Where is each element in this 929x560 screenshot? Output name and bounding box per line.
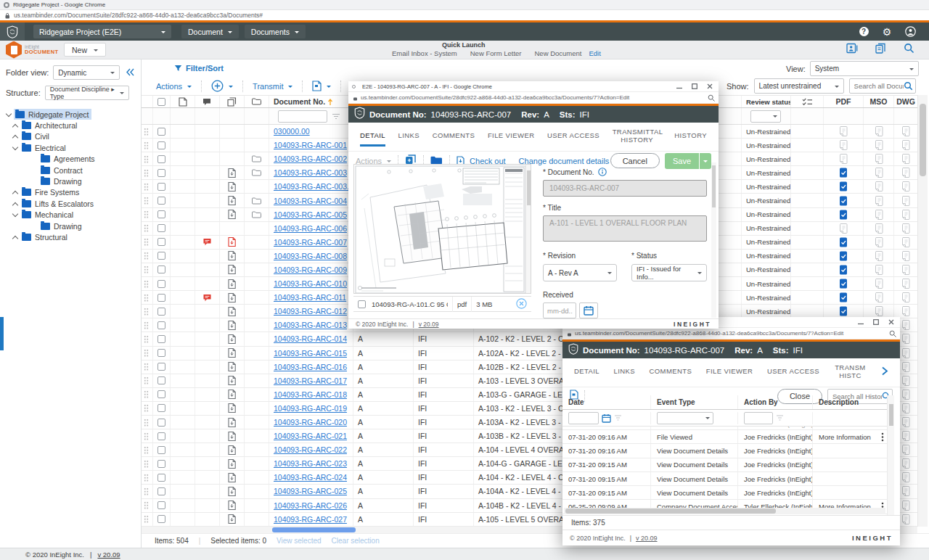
file-icon[interactable] <box>901 362 910 372</box>
maximize-button[interactable] <box>873 319 879 325</box>
transmittals-button[interactable] <box>875 43 886 57</box>
date-filter-input[interactable] <box>568 412 599 424</box>
file-icon[interactable] <box>901 279 910 289</box>
ineight-shield-icon[interactable] <box>0 22 25 41</box>
file-icon[interactable] <box>875 168 883 178</box>
file-icon[interactable] <box>875 251 883 261</box>
file-icon[interactable] <box>901 348 910 358</box>
tree-item-lifts-amp-escalators[interactable]: Lifts & Escalators <box>0 198 141 209</box>
minimize-button[interactable] <box>858 319 864 325</box>
add-document-button[interactable] <box>211 80 233 92</box>
scrollbar-thumb[interactable] <box>565 508 776 514</box>
quick-launch-item[interactable]: New Form Letter <box>470 49 522 57</box>
show-select[interactable]: Latest unrestrained <box>754 78 844 94</box>
attachment-icon[interactable] <box>228 459 236 469</box>
attachment-icon[interactable] <box>228 168 236 178</box>
folder-view-select[interactable]: Dynamic <box>53 65 120 80</box>
table-vertical-scrollbar[interactable] <box>917 95 928 527</box>
document-link[interactable]: 104093-RG-ARC-017 <box>274 376 347 385</box>
document-link[interactable]: 104093-RG-ARC-011 <box>274 293 346 302</box>
file-icon[interactable] <box>901 417 910 427</box>
drag-handle-icon[interactable] <box>144 404 149 412</box>
review-status-filter-select[interactable] <box>750 110 781 123</box>
document-link[interactable]: 104093-RG-ARC-022 <box>274 445 347 454</box>
collapse-panel-button[interactable] <box>126 66 134 79</box>
file-icon[interactable] <box>875 279 883 289</box>
file-icon[interactable] <box>839 140 848 150</box>
attachment-icon[interactable] <box>228 321 236 330</box>
document-link[interactable]: 104093-RG-ARC-020 <box>274 418 347 427</box>
pdf-file-check-icon[interactable] <box>839 251 848 261</box>
file-icon[interactable] <box>901 292 910 302</box>
menu-document[interactable]: Document <box>181 25 239 38</box>
file-icon[interactable] <box>875 292 883 302</box>
tree-item-electrical[interactable]: Electrical <box>0 142 141 153</box>
tree-caret-icon[interactable] <box>31 223 37 229</box>
project-selector[interactable]: Ridgegate Project (E2E) <box>33 25 171 38</box>
attachment-icon[interactable] <box>228 293 236 302</box>
row-checkbox[interactable] <box>157 432 165 440</box>
tabs-scroll-right-button[interactable] <box>881 366 888 379</box>
column-header-review-status[interactable]: Review status <box>742 96 791 107</box>
file-icon[interactable] <box>901 445 910 455</box>
attachment-icon[interactable] <box>228 182 236 192</box>
attachment-icon[interactable] <box>228 307 236 316</box>
column-header-document-no[interactable]: Document No. <box>269 96 353 107</box>
row-checkbox[interactable] <box>157 169 165 177</box>
more-information-link[interactable]: More Information <box>819 433 871 441</box>
tree-caret-icon[interactable] <box>12 201 18 207</box>
pdf-file-check-icon[interactable] <box>839 237 848 247</box>
file-icon[interactable] <box>901 472 910 482</box>
tree-item-architectural[interactable]: Architectural <box>0 120 141 131</box>
drag-handle-icon[interactable] <box>144 390 149 398</box>
drag-handle-icon[interactable] <box>144 210 149 218</box>
zoom-icon[interactable] <box>708 91 719 104</box>
remove-file-button[interactable] <box>516 298 527 310</box>
drag-handle-icon[interactable] <box>144 349 149 357</box>
history-column-header[interactable]: Event Type <box>651 395 738 409</box>
file-icon[interactable] <box>901 458 910 469</box>
folder-icon[interactable] <box>252 155 261 162</box>
doc-no-field[interactable]: 104093-RG-ARC-007 <box>543 180 707 197</box>
row-checkbox[interactable] <box>157 390 165 398</box>
received-calendar-button[interactable] <box>579 302 598 318</box>
attachment-icon[interactable] <box>228 432 236 441</box>
drag-handle-icon[interactable] <box>144 155 149 163</box>
history-horizontal-scrollbar[interactable] <box>564 508 885 514</box>
help-button[interactable] <box>858 26 869 38</box>
file-icon[interactable] <box>839 154 848 164</box>
attachment-icon[interactable] <box>228 501 236 510</box>
tree-item-fire-systems[interactable]: Fire Systems <box>0 187 141 198</box>
account-button[interactable] <box>904 26 916 38</box>
file-icon[interactable] <box>901 306 910 316</box>
tab-user-access[interactable]: USER ACCESS <box>547 126 599 147</box>
browser-address-bar[interactable]: us.teambinder.com/DocumentSuite/28dfc922… <box>0 10 929 20</box>
document-link[interactable]: 104093-RG-ARC-016 <box>274 363 347 371</box>
row-checkbox[interactable] <box>157 294 165 302</box>
row-checkbox[interactable] <box>157 183 165 191</box>
drag-handle-icon[interactable] <box>144 460 149 468</box>
file-icon[interactable] <box>901 251 910 261</box>
tab-transmittal-history[interactable]: TRANSMITTAL HISTORY <box>613 123 662 151</box>
attachment-icon[interactable] <box>228 376 236 385</box>
tab-detail[interactable]: DETAIL <box>360 126 385 147</box>
document-link[interactable]: 030000.00 <box>274 127 310 136</box>
folder-icon[interactable] <box>252 211 261 218</box>
pdf-file-check-icon[interactable] <box>839 292 848 302</box>
info-icon[interactable] <box>598 168 607 176</box>
file-icon[interactable] <box>901 196 910 206</box>
maximize-button[interactable] <box>692 83 697 89</box>
quick-launch-item[interactable]: Email Inbox - System <box>392 49 457 57</box>
tree-caret-icon[interactable] <box>12 133 18 139</box>
action-by-filter-input[interactable] <box>744 412 773 424</box>
attachment-icon[interactable] <box>228 251 236 260</box>
tree-caret-icon[interactable] <box>12 189 18 195</box>
row-checkbox[interactable] <box>157 376 165 384</box>
footer-version-link[interactable]: v 20.09 <box>636 535 658 542</box>
search-input[interactable] <box>854 82 904 90</box>
file-icon[interactable] <box>901 334 910 344</box>
file-icon[interactable] <box>875 210 883 220</box>
row-checkbox[interactable] <box>157 238 165 246</box>
row-checkbox[interactable] <box>157 501 165 509</box>
file-icon[interactable] <box>901 126 910 136</box>
